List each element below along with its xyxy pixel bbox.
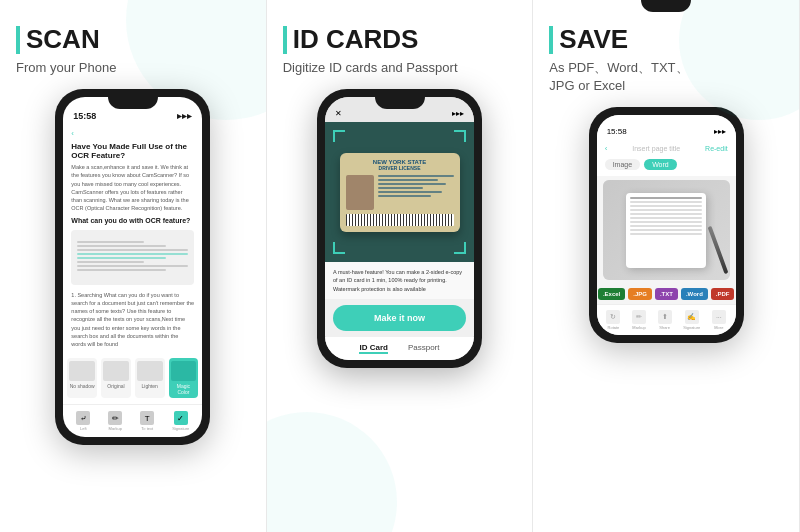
id-phone-notch (375, 97, 425, 109)
format-badge-txt[interactable]: .TXT (655, 288, 678, 300)
ocr-body-text: 1. Searching What can you do if you want… (71, 291, 194, 349)
more-icon: ··· (712, 310, 726, 324)
format-bar: .Excel .JPG .TXT .Word .PDF (597, 284, 736, 304)
nb-line (630, 225, 702, 227)
nb-line (630, 205, 702, 207)
re-edit-button[interactable]: Re-edit (705, 145, 728, 152)
save-nav-label-more: More (714, 325, 723, 330)
markup-icon: ✏ (632, 310, 646, 324)
format-badge-jpg[interactable]: .JPG (628, 288, 652, 300)
save-tab-image[interactable]: Image (605, 159, 640, 170)
nav-icon-totext: T (140, 411, 154, 425)
back-button[interactable]: ‹ (71, 129, 194, 138)
ocr-content-title: Have You Made Full Use of the OCR Featur… (71, 142, 194, 160)
filter-bar: No shadow Original Lighten Magic Color (63, 352, 202, 404)
title-accent (16, 26, 20, 54)
id-card-barcode (346, 214, 454, 226)
id-card-state: NEW YORK STATE DRIVER LICENSE (346, 159, 454, 171)
filter-magic-color[interactable]: Magic Color (169, 358, 199, 398)
filter-thumb (69, 361, 95, 381)
save-phone-mockup: 15:58 ▸▸▸ ‹ Insert page title Re-edit Im… (589, 107, 744, 343)
nb-line (630, 229, 702, 231)
save-status-bar: 15:58 ▸▸▸ (597, 115, 736, 140)
nav-icon-markup: ✏ (108, 411, 122, 425)
title-accent-id (283, 26, 287, 54)
signature-icon: ✍ (685, 310, 699, 324)
filter-thumb (103, 361, 129, 381)
nb-line (630, 197, 702, 199)
filter-thumb (137, 361, 163, 381)
status-icons: ▸▸▸ (177, 111, 192, 121)
doc-line (77, 261, 144, 263)
save-toolbar: ‹ Insert page title Re-edit (597, 140, 736, 157)
save-nav-label-rotate: Rotate (608, 325, 620, 330)
scan-content-area: ‹ Have You Made Full Use of the OCR Feat… (63, 125, 202, 348)
nav-label-markup: Markup (109, 426, 122, 431)
tab-passport[interactable]: Passport (408, 343, 440, 354)
document-preview (71, 230, 194, 285)
back-arrow-icon[interactable]: ‹ (605, 144, 608, 153)
doc-line (77, 241, 144, 243)
tab-id-card-label: ID Card (359, 343, 387, 352)
format-badge-word[interactable]: .Word (681, 288, 708, 300)
idcards-header: ID CARDS Digitize ID cards and Passport (283, 24, 517, 77)
rotate-icon: ↻ (606, 310, 620, 324)
save-toolbar-label[interactable]: Insert page title (632, 145, 680, 152)
format-badge-excel[interactable]: .Excel (598, 288, 625, 300)
save-nav-rotate[interactable]: ↻ Rotate (606, 310, 620, 330)
id-card-info (378, 175, 454, 210)
ocr-content-text: Make a scan,enhance it and save it. We t… (71, 163, 194, 213)
nav-left[interactable]: ⤶ Left (76, 411, 90, 431)
filter-label: Original (107, 383, 124, 389)
filter-original[interactable]: Original (101, 358, 131, 398)
doc-line (77, 269, 166, 271)
filter-no-shadow[interactable]: No shadow (67, 358, 97, 398)
nav-label-signature: Signature (172, 426, 189, 431)
panel-scan: SCAN From your Phone 15:58 ▸▸▸ ‹ Have Yo… (0, 0, 267, 532)
nav-markup[interactable]: ✏ Markup (108, 411, 122, 431)
id-scanner-area: NEW YORK STATE DRIVER LICENSE (325, 122, 474, 262)
doc-line (77, 265, 188, 267)
filter-lighten[interactable]: Lighten (135, 358, 165, 398)
save-nav-more[interactable]: ··· More (712, 310, 726, 330)
format-label-excel: .Excel (603, 291, 620, 297)
panel-idcards: ID CARDS Digitize ID cards and Passport … (267, 0, 534, 532)
filter-label: No shadow (70, 383, 95, 389)
save-nav-share[interactable]: ⬆ Share (658, 310, 672, 330)
save-nav-markup[interactable]: ✏ Markup (632, 310, 646, 330)
idcards-title: ID CARDS (283, 24, 517, 55)
format-label-txt: .TXT (660, 291, 673, 297)
nav-icon-left: ⤶ (76, 411, 90, 425)
scan-corner-tr (454, 130, 466, 142)
save-status-icons: ▸▸▸ (714, 127, 726, 136)
nb-line (630, 209, 702, 211)
filter-thumb-active (171, 361, 197, 381)
scan-corner-br (454, 242, 466, 254)
doc-line-highlight (77, 257, 166, 259)
doc-line-highlight (77, 253, 188, 255)
nav-signature[interactable]: ✓ Signature (172, 411, 189, 431)
status-time: 15:58 (73, 111, 96, 121)
save-tab-word[interactable]: Word (644, 159, 677, 170)
doc-line (77, 249, 188, 251)
format-label-jpg: .JPG (633, 291, 647, 297)
idcards-subtitle: Digitize ID cards and Passport (283, 59, 517, 77)
id-card-subheader-text: DRIVER LICENSE (346, 165, 454, 171)
make-it-button[interactable]: Make it now (333, 305, 466, 331)
id-card-simulation: NEW YORK STATE DRIVER LICENSE (340, 153, 460, 232)
share-icon: ⬆ (658, 310, 672, 324)
tab-image-label: Image (613, 161, 632, 168)
id-tabs-bar: ID Card Passport (325, 337, 474, 360)
id-phone-screen: ✕ ▸▸▸ NEW YORK STATE DRIVER LICENSE (325, 97, 474, 360)
scan-corner-tl (333, 130, 345, 142)
nav-totext[interactable]: T To text (140, 411, 154, 431)
bottom-nav: ⤶ Left ✏ Markup T To text ✓ Signature (63, 404, 202, 437)
nav-label-totext: To text (141, 426, 153, 431)
id-status-left: ✕ (335, 109, 342, 118)
panel-save: SAVE As PDF、Word、TXT、 JPG or Excel 15:58… (533, 0, 800, 532)
nb-line (630, 213, 702, 215)
doc-lines (71, 237, 194, 277)
format-badge-pdf[interactable]: .PDF (711, 288, 735, 300)
tab-id-card[interactable]: ID Card (359, 343, 387, 354)
save-nav-signature[interactable]: ✍ Signature (683, 310, 700, 330)
